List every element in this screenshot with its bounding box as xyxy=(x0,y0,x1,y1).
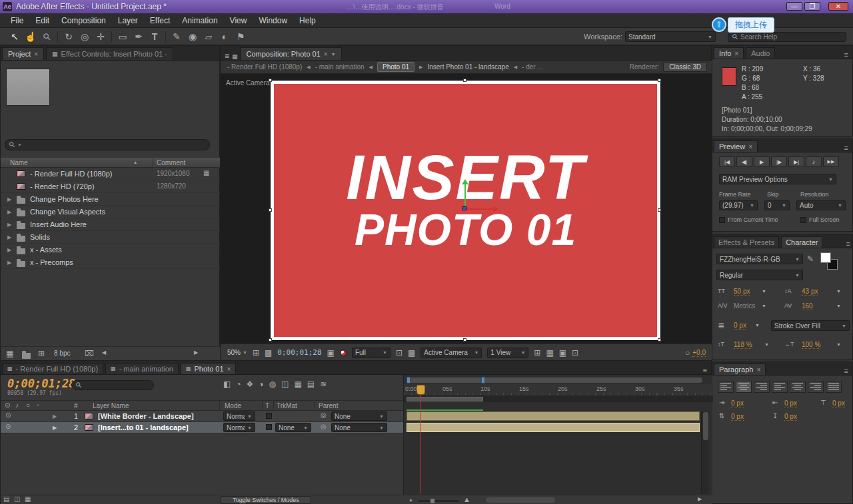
region-of-interest-icon[interactable]: ⊡ xyxy=(396,349,403,357)
expand-transfer-controls-icon[interactable]: ◫ xyxy=(14,496,20,503)
puppet-pin-tool-icon[interactable]: ⚑ xyxy=(233,32,249,41)
menu-composition[interactable]: Composition xyxy=(56,14,111,27)
pen-tool-icon[interactable]: ✒ xyxy=(131,32,147,41)
resize-handle-tc[interactable] xyxy=(463,79,466,82)
justify-last-center-button[interactable] xyxy=(790,381,806,393)
font-style-dropdown[interactable]: Regular ▼ xyxy=(716,270,803,280)
layer-bar-1[interactable] xyxy=(407,411,700,421)
resize-handle-br[interactable] xyxy=(658,338,661,342)
kerning-value[interactable]: Metrics xyxy=(734,302,755,310)
justify-all-button[interactable] xyxy=(826,381,842,393)
unified-camera-tool-icon[interactable]: ◎ xyxy=(77,32,93,41)
expand-arrow-icon[interactable]: ▶ xyxy=(7,196,11,202)
resize-handle-bc[interactable] xyxy=(463,338,466,342)
expand-arrow-icon[interactable]: ▶ xyxy=(7,222,11,228)
timeline-search-input[interactable]: ⚲ xyxy=(71,380,154,390)
renderer-button[interactable]: Classic 3D xyxy=(663,62,707,72)
expand-arrow-icon[interactable]: ▶ xyxy=(53,413,57,419)
project-search-input[interactable]: ⚲ ▼ xyxy=(5,139,210,150)
close-button[interactable]: ✕ xyxy=(828,2,848,11)
stroke-style-dropdown[interactable]: Stroke Over Fill ▼ xyxy=(771,320,850,331)
panel-menu-icon[interactable]: ≡ xyxy=(840,367,852,375)
active-camera-dropdown[interactable]: Active Camera ▼ xyxy=(421,348,482,358)
tab-project[interactable]: Project × xyxy=(2,47,44,60)
breadcrumb-render-full-hd[interactable]: - Render Full HD (1080p) xyxy=(227,63,302,71)
menu-edit[interactable]: Edit xyxy=(30,14,55,27)
column-name[interactable]: Name xyxy=(10,159,28,166)
resolution-dropdown[interactable]: Full ▼ xyxy=(352,348,391,358)
hide-shy-layers-icon[interactable]: ❖ xyxy=(247,380,254,388)
skip-dropdown[interactable]: 0 ▼ xyxy=(764,200,790,210)
align-left-button[interactable] xyxy=(718,381,734,393)
menu-effect[interactable]: Effect xyxy=(145,14,175,27)
timeline-zoom-slider[interactable] xyxy=(418,500,459,502)
scroll-left-icon[interactable]: ◀ xyxy=(102,350,106,356)
chevron-down-icon[interactable]: ▼ xyxy=(755,323,760,328)
work-area-segment[interactable] xyxy=(407,397,483,401)
tab-timeline-photo-01[interactable]: ▦ Photo 01 × xyxy=(181,363,236,374)
project-row-change-photos[interactable]: ▶ Change Photos Here xyxy=(1,193,221,206)
breadcrumb-insert-photo[interactable]: Insert Photo 01 - landscape xyxy=(427,63,508,71)
rotation-tool-icon[interactable]: ↻ xyxy=(61,32,77,41)
tab-preview[interactable]: Preview × xyxy=(714,140,758,152)
project-row-render-full-hd[interactable]: - Render Full HD (1080p) 1920x1080 ▦ xyxy=(1,168,221,180)
brush-tool-icon[interactable]: ✎ xyxy=(169,32,185,41)
menu-animation[interactable]: Animation xyxy=(177,14,223,27)
close-icon[interactable]: × xyxy=(324,51,328,58)
flowchart-icon[interactable]: ⊡ xyxy=(572,349,578,357)
align-right-button[interactable] xyxy=(754,381,770,393)
parent-dropdown[interactable]: None ▼ xyxy=(331,423,387,432)
project-row-x-assets[interactable]: ▶ x - Assets xyxy=(1,244,221,256)
breadcrumb-photo-01[interactable]: Photo 01 xyxy=(377,62,415,72)
resize-handle-tl[interactable] xyxy=(269,79,272,82)
zoom-slider-thumb[interactable] xyxy=(430,498,435,504)
column-number[interactable]: # xyxy=(74,402,78,409)
zoom-in-mountain-icon[interactable]: ▲ xyxy=(463,496,470,503)
resize-handle-ml[interactable] xyxy=(269,208,272,212)
chevron-down-icon[interactable]: ▼ xyxy=(836,342,841,347)
auto-keyframe-icon[interactable]: ▦ xyxy=(294,380,301,388)
new-folder-icon[interactable] xyxy=(22,353,31,359)
close-icon[interactable]: × xyxy=(734,50,738,57)
exposure-control[interactable]: ○ +0.0 xyxy=(685,349,706,357)
panel-menu-icon[interactable]: ≡ xyxy=(840,144,852,152)
work-area-strip[interactable] xyxy=(404,396,713,402)
work-area-end-handle[interactable] xyxy=(481,377,485,383)
axis-gizmo-x[interactable] xyxy=(466,208,494,210)
motion-blur-icon[interactable]: ◍ xyxy=(269,380,276,388)
expand-arrow-icon[interactable]: ▶ xyxy=(7,234,11,240)
column-layer-name[interactable]: Layer Name xyxy=(93,402,129,409)
project-row-insert-audio[interactable]: ▶ Insert Audio Here xyxy=(1,218,221,231)
project-row-solids[interactable]: ▶ Solids xyxy=(1,231,221,244)
breadcrumb-der[interactable]: - der ... xyxy=(522,63,543,71)
scroll-right-icon[interactable]: ▶ xyxy=(194,350,198,356)
clone-stamp-tool-icon[interactable]: ◉ xyxy=(185,32,201,41)
previous-frame-button[interactable]: ◀| xyxy=(736,156,752,167)
interpret-footage-icon[interactable]: ▦ xyxy=(6,350,13,358)
last-frame-button[interactable]: ▶| xyxy=(788,156,804,167)
chevron-down-icon[interactable]: ▼ xyxy=(764,342,769,347)
chevron-down-icon[interactable]: ▼ xyxy=(762,289,766,294)
timeline-button-icon[interactable]: ▣ xyxy=(559,349,566,357)
graph-editor-icon[interactable]: ▤ xyxy=(307,380,315,388)
scrollbar-thumb[interactable] xyxy=(703,412,708,440)
justify-last-right-button[interactable] xyxy=(808,381,824,393)
magnification-dropdown[interactable]: 50% ▼ xyxy=(227,349,247,356)
chevron-down-icon[interactable]: ▼ xyxy=(331,52,336,57)
tab-composition-photo-01[interactable]: Composition: Photo 01 × ▼ xyxy=(241,47,342,60)
fast-previews-icon[interactable]: ▦ xyxy=(546,349,553,357)
preview-resolution-dropdown[interactable]: Auto ▼ xyxy=(796,200,846,210)
menu-window[interactable]: Window xyxy=(253,14,293,27)
t-switch[interactable] xyxy=(266,413,272,419)
play-button[interactable]: ▶ xyxy=(754,156,770,167)
panel-menu-icon[interactable]: ≡ xyxy=(844,240,852,248)
search-help-input[interactable]: ⚲ Search Help xyxy=(728,32,846,42)
maximize-button[interactable]: ❐ xyxy=(804,2,820,11)
type-tool-icon[interactable]: T xyxy=(147,32,163,41)
menu-layer[interactable]: Layer xyxy=(113,14,143,27)
expand-arrow-icon[interactable]: ▶ xyxy=(53,425,57,431)
close-icon[interactable]: × xyxy=(34,51,38,58)
tab-effect-controls[interactable]: ▦ Effect Controls: Insert Photo 01 - xyxy=(46,47,173,60)
close-icon[interactable]: × xyxy=(227,366,231,373)
from-current-time-checkbox[interactable]: From Current Time xyxy=(719,216,778,223)
